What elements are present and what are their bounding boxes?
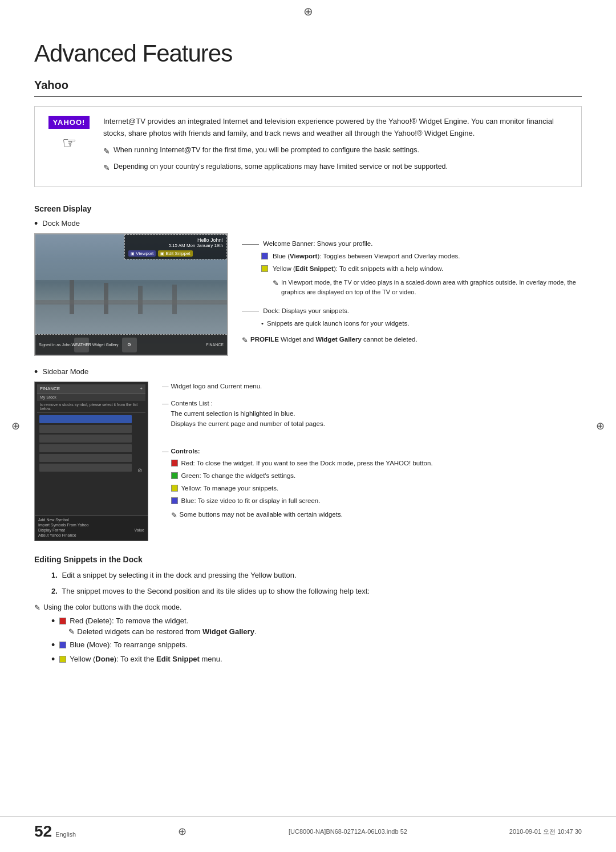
sidebar-mode-section: FINANCE + My Stock to remove a stocks sy… [34, 382, 582, 541]
yellow-edit-swatch [261, 265, 268, 272]
dock-screen-bg: Hello John! 5:15 AM Mon January 19th ▣ V… [35, 234, 227, 355]
note-icon-viewport: ✎ [273, 278, 279, 297]
sidebar-annotations: — Widget logo and Current menu. — Conten… [162, 382, 582, 541]
yahoo-logo: YAHOO! [48, 116, 90, 129]
sidebar-footer: Add New Symbol Import Symbols From Yahoo… [35, 515, 148, 541]
editing-snippets-section: Editing Snippets in the Dock 1. Edit a s… [34, 555, 582, 664]
page-title: Advanced Features [34, 40, 582, 67]
blue-move-swatch [59, 642, 66, 648]
deleted-note: ✎ Deleted widgets can be restored from W… [68, 627, 256, 636]
red-delete-swatch [59, 618, 66, 624]
yahoo-info-box: YAHOO! ☞ Internet@TV provides an integra… [34, 106, 582, 187]
dock-top-overlay: Hello John! 5:15 AM Mon January 19th ▣ V… [124, 234, 227, 259]
contents-list-title: Contents List : [171, 399, 325, 409]
compass-left-icon: ⊕ [11, 420, 20, 432]
dock-screen: Hello John! 5:15 AM Mon January 19th ▣ V… [34, 233, 228, 356]
red-control: Red: To close the widget. If you want to… [171, 459, 433, 469]
blue-viewport-item: Blue (Viewport): Blue (Viewport): Toggle… [261, 251, 582, 297]
blue-move-item: • Blue (Move): To rearrange snippets. [51, 640, 582, 650]
yahoo-note1: ✎ When running Internet@TV for the first… [103, 144, 570, 157]
widget-logo-label: Widget logo and Current menu. [171, 382, 262, 392]
note-icon-color: ✎ [34, 602, 40, 614]
sidebar-close-icon: + [140, 386, 143, 391]
note-icon-1: ✎ [103, 145, 110, 157]
annotation-dash-1: — [162, 382, 169, 392]
compass-right-icon: ⊕ [596, 420, 605, 432]
dock-bottom-bar: Signed in as John WEATHER Widget Gallery… [35, 334, 227, 355]
editing-snippets-title: Editing Snippets in the Dock [34, 555, 582, 564]
blue-color-swatch [261, 253, 268, 259]
dock-image-area: Hello John! 5:15 AM Mon January 19th ▣ V… [34, 233, 228, 356]
note-icon-2: ✎ [103, 161, 110, 174]
svg-rect-5 [172, 285, 177, 314]
widget-logo-block: — Widget logo and Current menu. [162, 382, 582, 392]
sidebar-scroll-icon: ⊘ [137, 467, 142, 473]
sidebar-list-item-4 [39, 454, 132, 462]
yellow-done-swatch [59, 656, 66, 663]
dock-displays-text: Dock: Displays your snippets. [263, 307, 349, 314]
dock-snippets-section: Dock: Displays your snippets. • Snippets… [242, 306, 582, 329]
blue-viewport-text: Blue (Viewport): Blue (Viewport): Toggle… [273, 251, 460, 262]
contents-list-desc: The current selection is highlighted in … [171, 409, 325, 429]
viewport-note: ✎ In Viewport mode, the TV or video play… [273, 278, 582, 297]
sidebar-mode-bullet: • Sidebar Mode [34, 367, 582, 377]
sidebar-list-item-1 [39, 425, 132, 433]
sidebar-image-area: FINANCE + My Stock to remove a stocks sy… [34, 382, 148, 541]
sidebar-body: ⊘ [37, 413, 145, 527]
sidebar-finance-header: FINANCE [40, 386, 60, 391]
section-heading-yahoo: Yahoo [34, 79, 582, 97]
page-number-box: 52 English [34, 822, 76, 841]
dock-hello-text: Hello John! [128, 237, 223, 243]
dock-profile-text: Signed in as John [39, 343, 71, 347]
yellow-done-item: • Yellow (Done): To exit the Edit Snippe… [51, 655, 582, 664]
note-icon-deleted: ✎ [68, 627, 75, 636]
screen-display-section: Screen Display • Dock Mode [34, 204, 582, 541]
sidebar-screen: FINANCE + My Stock to remove a stocks sy… [34, 382, 148, 541]
dock-btn-row: ▣ Viewport ▣ Edit Snippet [128, 250, 223, 257]
dock-finance-label: FINANCE [206, 343, 224, 347]
dock-weather-icon: WEATHER [74, 338, 89, 352]
sidebar-list-item-5 [39, 464, 132, 472]
profile-note: ✎ PROFILE Widget and Widget Gallery cann… [242, 335, 582, 346]
annotation-dash-2: — [162, 399, 169, 429]
dock-date-text: 5:15 AM Mon January 19th [128, 243, 223, 248]
footer-left-text: [UC8000-NA]BN68-02712A-06L03.indb 52 [289, 828, 407, 835]
dock-mode-section: Hello John! 5:15 AM Mon January 19th ▣ V… [34, 233, 582, 356]
yellow-swatch-controls [171, 485, 178, 492]
sidebar-header: FINANCE + [37, 384, 145, 393]
compass-top-icon: ⊕ [303, 5, 313, 18]
dock-viewport-btn: ▣ Viewport [128, 250, 156, 257]
bullet-dot-sidebar: • [34, 367, 38, 377]
annotation-dash-3: — [162, 447, 169, 521]
green-control: Green: To change the widget's settings. [171, 471, 433, 481]
sidebar-list-item-selected [39, 415, 132, 423]
dock-mode-bullet: • Dock Mode [34, 219, 582, 229]
sidebar-mode-label: Sidebar Mode [42, 367, 88, 376]
sidebar-list-item-2 [39, 435, 132, 443]
some-buttons-note: ✎ Some buttons may not be available with… [171, 510, 433, 521]
svg-rect-2 [70, 280, 74, 314]
dock-widget-gallery: Widget Gallery [92, 343, 119, 347]
dock-annotations: Welcome Banner: Shows your profile. Blue… [242, 233, 582, 356]
green-swatch [171, 472, 178, 479]
dock-mode-label: Dock Mode [42, 219, 80, 228]
sidebar-left [37, 413, 134, 527]
color-buttons-list: • Red (Delete): To remove the widget. ✎ … [51, 616, 582, 664]
red-swatch [171, 460, 178, 466]
numbered-list: 1. Edit a snippet by selecting it in the… [51, 570, 582, 597]
screen-display-title: Screen Display [34, 204, 582, 213]
note-icon-profile: ✎ [242, 335, 248, 346]
red-delete-item: • Red (Delete): To remove the widget. ✎ … [51, 616, 582, 636]
yahoo-note2: ✎ Depending on your country's regulation… [103, 161, 570, 174]
dock-settings-icon: ⚙ [122, 338, 137, 352]
welcome-banner-line: Welcome Banner: Shows your profile. Blue… [242, 239, 582, 297]
bullet-dot-dock: • [34, 218, 38, 229]
blue-swatch-controls [171, 497, 178, 504]
yahoo-main-text: Internet@TV provides an integrated Inter… [103, 116, 570, 140]
contents-list-block: — Contents List : The current selection … [162, 399, 582, 429]
sidebar-remove-hint: to remove a stocks symbol, please select… [37, 401, 145, 413]
step-1: 1. Edit a snippet by selecting it in the… [51, 570, 582, 581]
controls-label: Controls: [171, 447, 433, 457]
yahoo-hand-icon: ☞ [62, 133, 76, 152]
footer-compass-center: ⊕ [178, 825, 187, 838]
